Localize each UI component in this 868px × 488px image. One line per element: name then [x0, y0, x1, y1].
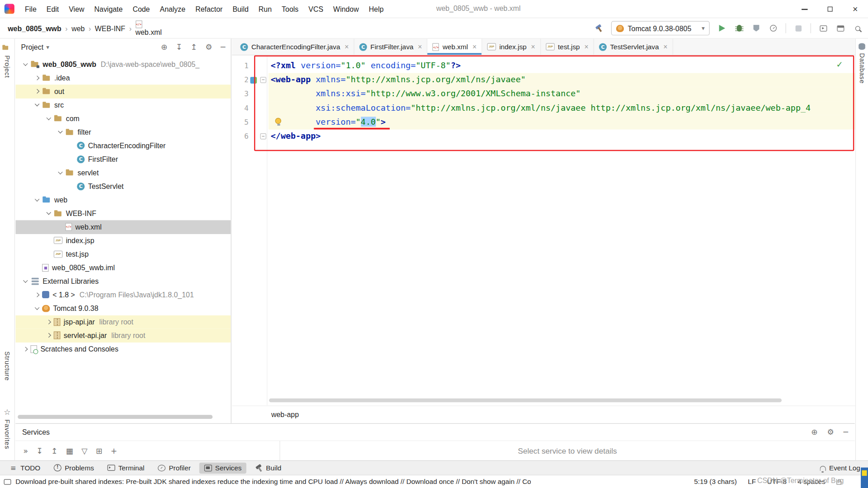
stop-button[interactable] [793, 23, 803, 33]
chevron-collapsed-icon[interactable] [32, 84, 42, 98]
run-button[interactable] [717, 23, 727, 33]
chevron-collapsed-icon[interactable] [20, 342, 30, 356]
chevron-collapsed-icon[interactable] [43, 328, 54, 342]
add-service-icon[interactable]: + [111, 447, 117, 455]
menu-file[interactable]: File [20, 0, 42, 18]
menu-navigate[interactable]: Navigate [90, 0, 128, 18]
fold-marker-icon[interactable]: − [260, 133, 266, 139]
expand-all-icon[interactable]: ↧ [36, 447, 42, 455]
more-actions-icon[interactable]: » [23, 447, 28, 455]
close-tab-icon[interactable]: × [344, 42, 349, 51]
chevron-down-icon[interactable]: ▾ [46, 43, 49, 51]
menu-refactor[interactable]: Refactor [190, 0, 227, 18]
expand-all-icon[interactable]: ↧ [176, 43, 182, 51]
chevron-expanded-icon[interactable] [43, 206, 54, 220]
debug-button[interactable] [734, 23, 744, 33]
chevron-expanded-icon[interactable] [20, 57, 30, 71]
tree-item[interactable]: WEB-INF [15, 206, 231, 220]
editor-tab[interactable]: JSPtest.jsp× [541, 39, 594, 55]
status-message[interactable]: Download pre-built shared indexes: Pre-b… [15, 478, 531, 485]
caret-position-widget[interactable]: 5:19 (3 chars) [694, 478, 736, 485]
menu-window[interactable]: Window [328, 0, 364, 18]
tree-item[interactable]: < 1.8 >C:\Program Files\Java\jdk1.8.0_10… [15, 288, 231, 301]
run-config-select[interactable]: Tomcat 9.0.38-0805 ▾ [611, 21, 710, 36]
menu-build[interactable]: Build [227, 0, 253, 18]
fold-marker-icon[interactable]: − [260, 77, 266, 83]
group-by-icon[interactable]: ▦ [66, 447, 73, 455]
tree-item[interactable]: web_0805_wwbD:\java-web-space\web_0805_ [15, 57, 231, 71]
toolwindow-button-terminal[interactable]: Terminal [102, 462, 149, 473]
intention-bulb-icon[interactable] [275, 118, 281, 124]
tree-item[interactable]: </>web.xml [15, 220, 231, 234]
editor-tab[interactable]: CFirstFilter.java× [354, 39, 428, 55]
menu-run[interactable]: Run [254, 0, 277, 18]
hide-panel-icon[interactable]: ─ [221, 43, 225, 51]
code-line[interactable]: 1<?xml version="1.0" encoding="UTF-8"?> [232, 59, 855, 73]
tree-item[interactable]: JSPtest.jsp [15, 247, 231, 261]
chevron-expanded-icon[interactable] [43, 112, 54, 125]
chevron-expanded-icon[interactable] [55, 166, 65, 179]
toolwindow-button-profiler[interactable]: Profiler [153, 462, 196, 473]
tree-item[interactable]: CFirstFilter [15, 152, 231, 166]
filter-icon[interactable]: ▽ [81, 447, 87, 455]
code-line[interactable]: 6−</web-app> [232, 129, 855, 143]
breadcrumb-item[interactable]: </>web.xml [136, 20, 162, 37]
chevron-expanded-icon[interactable] [20, 274, 30, 288]
project-view-title[interactable]: Project [21, 43, 44, 51]
breadcrumb-item[interactable]: web [71, 24, 85, 32]
code-editor[interactable]: 1<?xml version="1.0" encoding="UTF-8"?>2… [232, 55, 855, 405]
stripe-button-project[interactable]: Project [0, 43, 14, 78]
tree-item[interactable]: External Libraries [15, 274, 231, 288]
minimize-button[interactable] [792, 0, 817, 18]
tree-item[interactable]: Scratches and Consoles [15, 342, 231, 356]
collapse-all-icon[interactable]: ↥ [51, 447, 57, 455]
coverage-button[interactable] [751, 23, 761, 33]
breadcrumb-item[interactable]: WEB-INF [95, 24, 125, 32]
editor-tab[interactable]: </>web.xml× [428, 39, 482, 55]
chevron-collapsed-icon[interactable] [32, 71, 42, 84]
chevron-collapsed-icon[interactable] [32, 288, 42, 301]
stripe-button-database[interactable]: Database [856, 43, 868, 84]
close-tab-icon[interactable]: × [472, 42, 476, 51]
menu-code[interactable]: Code [127, 0, 155, 18]
toolwindow-switcher-icon[interactable] [4, 479, 11, 484]
menu-tools[interactable]: Tools [277, 0, 303, 18]
close-tab-icon[interactable]: × [531, 42, 535, 51]
tree-item[interactable]: servlet [15, 166, 231, 179]
chevron-expanded-icon[interactable] [32, 193, 42, 206]
stripe-button-favorites[interactable]: ☆ Favorites [0, 408, 14, 449]
layout-button[interactable] [835, 23, 845, 33]
chevron-expanded-icon[interactable] [32, 98, 42, 112]
menu-edit[interactable]: Edit [42, 0, 64, 18]
locate-icon[interactable]: ⊕ [811, 428, 817, 436]
tree-item[interactable]: CCharacterEncodingFilter [15, 139, 231, 152]
editor-tab[interactable]: CCharacterEncodingFilter.java× [235, 39, 354, 55]
settings-gear-icon[interactable]: ⚙ [827, 428, 834, 436]
tree-item[interactable]: com [15, 112, 231, 125]
editor-tab[interactable]: JSPindex.jsp× [482, 39, 541, 55]
tree-item[interactable]: servlet-api.jarlibrary root [15, 328, 231, 342]
code-line[interactable]: 4 xsi:schemaLocation="http://xmlns.jcp.o… [232, 101, 855, 115]
tree-item[interactable]: out [15, 84, 231, 98]
chevron-expanded-icon[interactable] [32, 301, 42, 315]
tree-item[interactable]: web_0805_wwb.iml [15, 261, 231, 274]
breadcrumb-item[interactable]: web_0805_wwb [8, 24, 61, 32]
code-line[interactable]: 3 xmlns:xsi="http://www.w3.org/2001/XMLS… [232, 87, 855, 101]
project-horizontal-scrollbar[interactable] [18, 415, 212, 419]
build-project-button[interactable] [594, 23, 604, 33]
menu-view[interactable]: View [64, 0, 89, 18]
chevron-expanded-icon[interactable] [55, 125, 65, 139]
close-button[interactable]: × [843, 0, 868, 18]
hide-panel-icon[interactable]: ─ [844, 428, 848, 436]
event-log-button[interactable]: Event Log [820, 464, 860, 472]
line-separator-widget[interactable]: LF [748, 478, 756, 485]
toolwindow-button-build[interactable]: Build [250, 462, 287, 474]
stripe-button-structure[interactable]: Structure [0, 352, 14, 381]
tree-item[interactable]: JSPindex.jsp [15, 234, 231, 247]
menu-analyze[interactable]: Analyze [155, 0, 190, 18]
restore-button[interactable] [817, 0, 842, 18]
toolwindow-button-services[interactable]: Services [199, 462, 246, 473]
tree-item[interactable]: .idea [15, 71, 231, 84]
code-line[interactable]: 2−<web-app xmlns="http://xmlns.jcp.org/x… [232, 73, 855, 87]
close-tab-icon[interactable]: × [663, 42, 667, 51]
